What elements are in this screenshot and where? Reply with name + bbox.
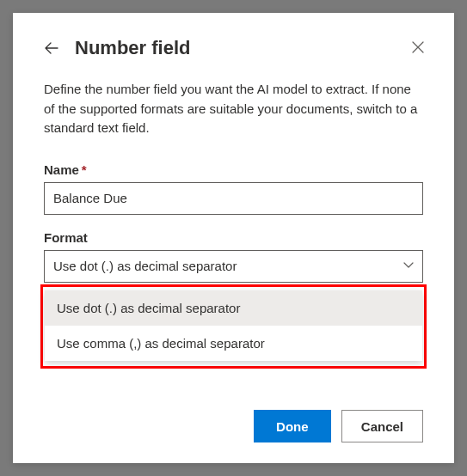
panel-title: Number field xyxy=(75,37,190,59)
format-label: Format xyxy=(44,230,423,245)
format-selected-value: Use dot (.) as decimal separator xyxy=(53,259,237,273)
panel-footer: Done Cancel xyxy=(254,410,423,442)
name-input[interactable] xyxy=(44,182,423,215)
name-label-text: Name xyxy=(44,162,79,177)
format-select[interactable]: Use dot (.) as decimal separator xyxy=(44,250,423,283)
name-field-group: Name* xyxy=(44,162,423,215)
panel-description: Define the number field you want the AI … xyxy=(44,80,423,138)
format-option-dot[interactable]: Use dot (.) as decimal separator xyxy=(45,290,422,326)
name-label: Name* xyxy=(44,162,423,177)
done-button[interactable]: Done xyxy=(254,410,331,442)
back-arrow-icon xyxy=(44,40,59,56)
number-field-panel: Number field Define the number field you… xyxy=(13,13,454,463)
panel-header: Number field xyxy=(44,37,423,59)
cancel-button[interactable]: Cancel xyxy=(341,410,423,442)
format-dropdown-highlight: Use dot (.) as decimal separator Use com… xyxy=(40,284,427,369)
required-indicator: * xyxy=(82,162,87,177)
format-field-group: Format Use dot (.) as decimal separator … xyxy=(44,230,423,369)
close-button[interactable] xyxy=(408,37,428,60)
close-icon xyxy=(411,40,425,54)
back-button[interactable] xyxy=(44,37,65,59)
format-select-display[interactable]: Use dot (.) as decimal separator xyxy=(44,250,423,283)
format-dropdown-list: Use dot (.) as decimal separator Use com… xyxy=(45,290,422,361)
format-option-comma[interactable]: Use comma (,) as decimal separator xyxy=(45,326,422,361)
